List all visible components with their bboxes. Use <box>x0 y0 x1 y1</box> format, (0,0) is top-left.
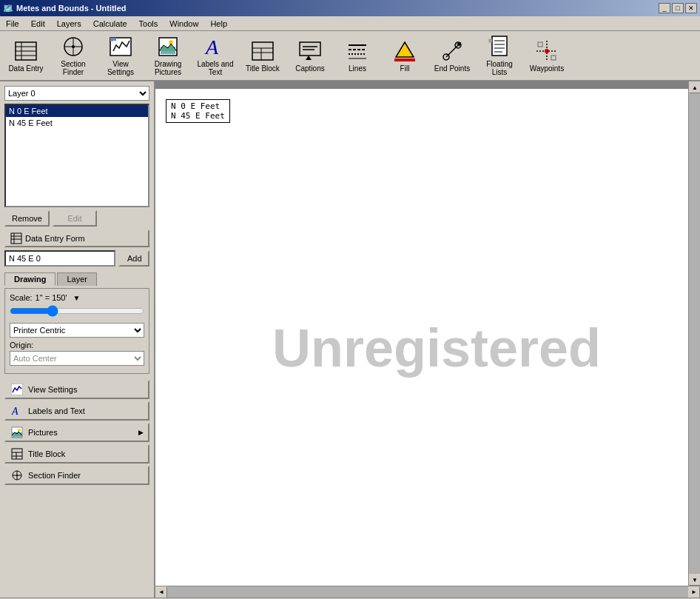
end-points-icon <box>440 39 464 63</box>
view-settings-side-icon <box>10 383 24 396</box>
toolbar-captions[interactable]: Captions <box>287 33 333 78</box>
captions-icon <box>298 39 322 63</box>
canvas-scroll-area[interactable]: N 0 E Feet N 45 E Feet N Unregistere <box>155 81 700 586</box>
list-box[interactable]: N 0 E Feet N 45 E Feet <box>4 104 149 207</box>
waypoints-icon <box>535 39 559 63</box>
main-area: Layer 0 N 0 E Feet N 45 E Feet Remove Ed… <box>0 81 700 598</box>
h-scroll-track[interactable] <box>167 586 688 598</box>
toolbar-view-settings[interactable]: View Settings <box>98 33 144 78</box>
tab-drawing[interactable]: Drawing <box>4 272 55 286</box>
toolbar-drawing-pictures-label: Drawing Pictures <box>147 60 189 76</box>
view-settings-icon <box>109 35 132 58</box>
tab-layer[interactable]: Layer <box>57 272 97 286</box>
menu-tools[interactable]: Tools <box>133 18 164 30</box>
toolbar-data-entry[interactable]: Data Entry <box>3 33 49 78</box>
toolbar-floating-lists[interactable]: Floating Lists <box>477 33 522 78</box>
layer-select-row: Layer 0 <box>4 86 149 101</box>
svg-point-8 <box>72 45 75 48</box>
menu-window[interactable]: Window <box>164 18 204 30</box>
section-finder-side-icon <box>10 469 24 482</box>
toolbar-lines[interactable]: Lines <box>334 33 380 78</box>
list-item[interactable]: N 0 E Feet <box>6 105 148 117</box>
toolbar-floating-lists-label: Floating Lists <box>479 60 520 76</box>
side-labels-text-label: Labels and Text <box>28 406 85 415</box>
app-title: Metes and Bounds - Untitled <box>16 4 127 13</box>
menu-edit[interactable]: Edit <box>25 18 51 30</box>
unregistered-watermark: Unregistered <box>272 318 601 378</box>
data-entry-form-button[interactable]: Data Entry Form <box>4 230 149 247</box>
side-pictures-label: Pictures <box>28 428 58 437</box>
svg-rect-42 <box>551 56 556 60</box>
label-line-2: N 45 E Feet <box>171 111 225 121</box>
toolbar-waypoints-label: Waypoints <box>530 64 564 73</box>
toolbar-labels-text[interactable]: A Labels and Text <box>192 33 238 78</box>
toolbar-drawing-pictures[interactable]: Drawing Pictures <box>145 33 191 78</box>
svg-rect-27 <box>394 58 415 61</box>
svg-rect-10 <box>110 38 116 41</box>
title-block-side-icon <box>10 447 24 461</box>
menu-help[interactable]: Help <box>204 18 233 30</box>
printer-centric-select[interactable]: Printer Centric <box>10 323 144 338</box>
scale-slider-row <box>10 305 144 318</box>
toolbar-fill[interactable]: Fill <box>382 33 428 78</box>
side-section-finder-label: Section Finder <box>28 471 81 480</box>
scroll-up-button[interactable]: ▲ <box>689 81 700 93</box>
svg-text:A: A <box>204 36 219 58</box>
minimize-button[interactable]: _ <box>659 3 670 13</box>
layer-dropdown[interactable]: Layer 0 <box>4 86 149 101</box>
toolbar-waypoints[interactable]: Waypoints <box>524 33 570 78</box>
menu-calculate[interactable]: Calculate <box>87 18 133 30</box>
toolbar-section-finder[interactable]: Section Finder <box>50 33 96 78</box>
title-block-icon <box>251 39 275 63</box>
side-view-settings-button[interactable]: View Settings <box>4 380 149 399</box>
svg-rect-19 <box>300 42 320 56</box>
horizontal-scrollbar: ◄ ► <box>155 586 700 598</box>
auto-center-select[interactable]: Auto Center <box>10 351 144 366</box>
side-labels-text-button[interactable]: A Labels and Text <box>4 401 149 421</box>
toolbar-labels-text-label: Labels and Text <box>195 60 236 76</box>
labels-text-side-icon: A <box>10 404 24 418</box>
scroll-track[interactable] <box>689 93 700 574</box>
edit-button[interactable]: Edit <box>53 210 97 227</box>
scroll-left-button[interactable]: ◄ <box>155 586 167 598</box>
svg-rect-37 <box>489 39 492 42</box>
title-bar: 🗺️ Metes and Bounds - Untitled _ □ ✕ <box>0 0 700 16</box>
menu-bar: File Edit Layers Calculate Tools Window … <box>0 16 700 31</box>
add-button[interactable]: Add <box>118 250 149 267</box>
toolbar-lines-label: Lines <box>349 64 366 73</box>
drawing-pictures-icon <box>156 35 180 58</box>
menu-layers[interactable]: Layers <box>51 18 87 30</box>
toolbar-end-points-label: End Points <box>434 64 470 73</box>
scroll-right-button[interactable]: ► <box>688 586 700 598</box>
toolbar-end-points[interactable]: End Points <box>429 33 475 78</box>
toolbar-title-block[interactable]: Title Block <box>240 33 286 78</box>
pictures-side-icon <box>10 426 24 439</box>
drawing-canvas: N 0 E Feet N 45 E Feet N Unregistere <box>155 89 688 586</box>
svg-rect-15 <box>252 42 273 60</box>
scale-slider[interactable] <box>10 305 144 317</box>
tab-content-drawing: Scale: 1" = 150' ▼ Printer Centric Origi… <box>4 288 149 374</box>
fill-icon <box>393 39 417 63</box>
lines-icon <box>346 39 369 63</box>
close-button[interactable]: ✕ <box>685 3 697 13</box>
scale-dropdown-icon[interactable]: ▼ <box>73 294 81 302</box>
scale-value: 1" = 150' <box>36 293 67 302</box>
toolbar-data-entry-label: Data Entry <box>8 64 43 73</box>
floating-lists-icon <box>488 35 511 58</box>
scale-label: Scale: <box>10 293 33 302</box>
bearing-input[interactable]: N 45 E 0 <box>4 250 115 267</box>
remove-button[interactable]: Remove <box>4 210 50 227</box>
scroll-down-button[interactable]: ▼ <box>689 574 700 586</box>
toolbar-view-settings-label: View Settings <box>100 60 141 76</box>
maximize-button[interactable]: □ <box>672 3 684 13</box>
toolbar-captions-label: Captions <box>295 64 324 73</box>
scale-row: Scale: 1" = 150' ▼ <box>10 293 144 302</box>
toolbar-section-finder-label: Section Finder <box>53 60 94 76</box>
side-title-block-button[interactable]: Title Block <box>4 444 149 464</box>
toolbar-title-block-label: Title Block <box>246 64 280 73</box>
menu-file[interactable]: File <box>0 18 25 30</box>
side-section-finder-button[interactable]: Section Finder <box>4 466 149 485</box>
list-item[interactable]: N 45 E Feet <box>6 117 148 129</box>
side-pictures-button[interactable]: Pictures ▶ <box>4 423 149 442</box>
origin-label: Origin: <box>10 341 144 349</box>
